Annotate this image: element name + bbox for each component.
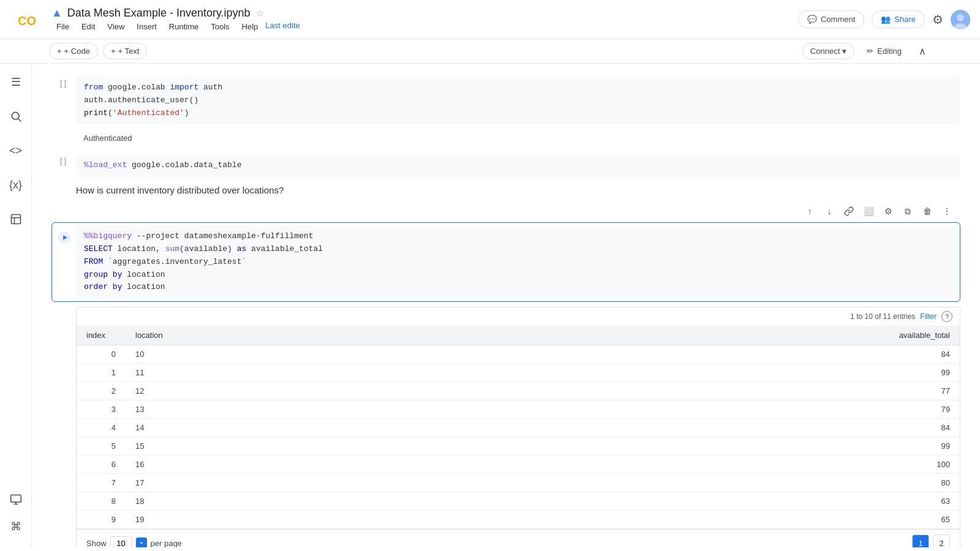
filter-button[interactable]: Filter: [920, 312, 937, 321]
question-cell: How is current inventory distributed ove…: [76, 182, 960, 198]
comment-button[interactable]: 💬 Comment: [798, 10, 864, 28]
last-edit[interactable]: Last edite: [265, 21, 300, 32]
sidebar-icon-command[interactable]: ⌘: [5, 515, 27, 538]
cell-index: 6: [77, 455, 126, 474]
sidebar-icon-menu[interactable]: ☰: [5, 71, 27, 93]
table-footer: Show per page 1 2: [77, 529, 960, 547]
top-bar: CO ▲ Data Mesh Example - Inventory.ipynb…: [0, 0, 980, 39]
cell-2: [ ] %load_ext google.colab.data_table: [51, 151, 960, 180]
table-row: 21277: [77, 382, 960, 400]
cell-1-gutter: [ ]: [52, 77, 77, 88]
doc-title[interactable]: Data Mesh Example - Inventory.ipynb: [67, 7, 251, 20]
cell-available-total: 65: [248, 511, 960, 529]
cell-available-total: 84: [248, 345, 960, 364]
cell-1-bracket: [ ]: [60, 79, 66, 88]
menu-edit[interactable]: Edit: [77, 21, 100, 32]
plus-code-icon: +: [57, 47, 62, 56]
cell-index: 3: [77, 400, 126, 419]
link-icon[interactable]: [840, 203, 858, 220]
menu-runtime[interactable]: Runtime: [164, 21, 203, 32]
run-button[interactable]: [57, 230, 72, 245]
cell-available-total: 100: [248, 455, 960, 474]
colab-logo: CO: [10, 2, 44, 37]
menu-file[interactable]: File: [51, 21, 74, 32]
sidebar-icon-files[interactable]: [5, 208, 27, 230]
page-size-input[interactable]: [110, 536, 132, 547]
expand-icon[interactable]: ⬜: [860, 203, 877, 220]
data-table: index location available_total 010841119…: [77, 326, 960, 529]
cell-available-total: 99: [248, 364, 960, 382]
notebook-content: [ ] from google.colab import auth auth.a…: [32, 64, 980, 547]
more-options-icon[interactable]: ⋮: [938, 203, 956, 220]
cell-available-total: 99: [248, 437, 960, 455]
table-row: 91965: [77, 511, 960, 529]
cell-4-toolbar: ↑ ↓ ⬜ ⚙ ⧉ 🗑 ⋮: [76, 203, 960, 222]
table-row: 01084: [77, 345, 960, 364]
cell-1-output: Authenticated: [76, 130, 960, 146]
copy-icon[interactable]: ⧉: [899, 203, 916, 220]
menu-view[interactable]: View: [102, 21, 129, 32]
svg-text:CO: CO: [18, 14, 36, 28]
menu-insert[interactable]: Insert: [132, 21, 162, 32]
share-button[interactable]: 👥 Share: [872, 10, 925, 28]
avatar-image: [951, 10, 970, 29]
cell-location: 11: [126, 364, 248, 382]
cell-settings-icon[interactable]: ⚙: [880, 203, 897, 220]
main-layout: ☰ <> {x} ⌘ [ ] from google.colab import …: [0, 64, 980, 547]
add-code-button[interactable]: + + Code: [49, 43, 98, 59]
star-icon[interactable]: ☆: [255, 7, 264, 19]
svg-point-5: [12, 112, 19, 119]
move-up-button[interactable]: ↑: [801, 203, 818, 220]
menu-tools[interactable]: Tools: [206, 21, 234, 32]
connect-button[interactable]: Connect ▾: [802, 43, 854, 59]
sidebar-icon-code[interactable]: <>: [5, 140, 27, 162]
sidebar-icon-search[interactable]: [5, 105, 27, 127]
cell-location: 13: [126, 400, 248, 419]
comment-icon: 💬: [807, 15, 817, 24]
help-icon[interactable]: ?: [941, 311, 952, 322]
svg-rect-8: [10, 495, 21, 503]
per-page-label: per page: [151, 539, 182, 547]
cell-1-code[interactable]: from google.colab import auth auth.authe…: [77, 77, 960, 124]
page-1-button[interactable]: 1: [912, 534, 929, 547]
cell-available-total: 80: [248, 474, 960, 492]
move-down-button[interactable]: ↓: [821, 203, 838, 220]
cell-2-code[interactable]: %load_ext google.colab.data_table: [77, 154, 960, 177]
settings-icon[interactable]: ⚙: [932, 12, 943, 27]
toolbar: + + Code + + Text Connect ▾ ✏ Editing ∧: [0, 39, 980, 64]
drive-icon: ▲: [51, 7, 62, 20]
plus-text-icon: +: [111, 47, 116, 56]
cell-location: 16: [126, 455, 248, 474]
menu-help[interactable]: Help: [237, 21, 263, 32]
sidebar-icon-terminal[interactable]: [5, 489, 27, 511]
cell-index: 4: [77, 419, 126, 437]
cell-available-total: 77: [248, 382, 960, 400]
col-available-total: available_total: [248, 326, 960, 345]
cell-location: 15: [126, 437, 248, 455]
sidebar-icon-variables[interactable]: {x}: [5, 174, 27, 196]
table-row: 31379: [77, 400, 960, 419]
cell-index: 0: [77, 345, 126, 364]
cell-location: 10: [126, 345, 248, 364]
cell-index: 5: [77, 437, 126, 455]
svg-rect-7: [11, 215, 20, 224]
col-location: location: [126, 326, 248, 345]
page-2-button[interactable]: 2: [933, 534, 950, 547]
cell-available-total: 84: [248, 419, 960, 437]
cell-location: 18: [126, 492, 248, 511]
delete-icon[interactable]: 🗑: [919, 203, 936, 220]
collapse-button[interactable]: ∧: [914, 43, 931, 59]
table-row: 81863: [77, 492, 960, 511]
editing-button[interactable]: ✏ Editing: [859, 43, 909, 59]
cell-4: %%bigquery --project datameshexample-ful…: [51, 222, 960, 302]
cell-index: 1: [77, 364, 126, 382]
add-text-button[interactable]: + + Text: [103, 43, 147, 59]
avatar[interactable]: [951, 10, 970, 29]
sidebar: ☰ <> {x} ⌘: [0, 64, 32, 547]
table-header: 1 to 10 of 11 entries Filter ?: [77, 307, 960, 326]
doc-info: ▲ Data Mesh Example - Inventory.ipynb ☆ …: [51, 7, 798, 32]
editing-pencil-icon: ✏: [867, 47, 873, 56]
page-size-dropdown-icon[interactable]: [136, 538, 147, 547]
cell-4-code[interactable]: %%bigquery --project datameshexample-ful…: [77, 225, 960, 299]
table-row: 11199: [77, 364, 960, 382]
